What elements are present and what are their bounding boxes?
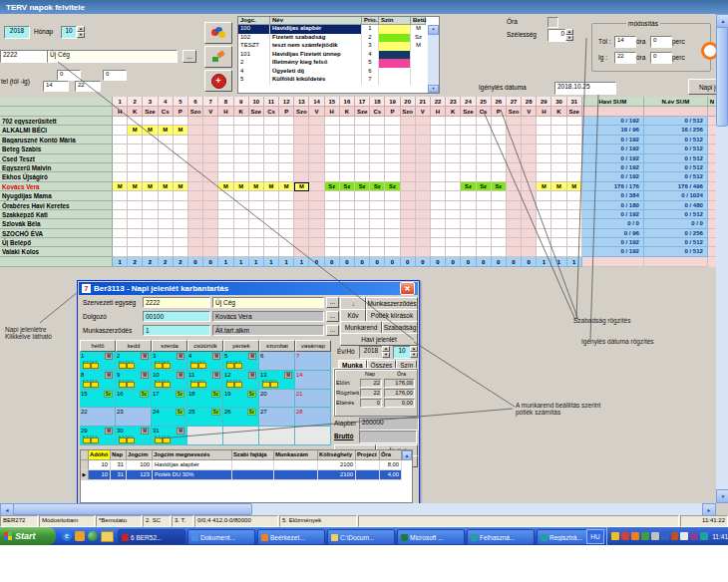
day-cell[interactable]	[431, 210, 446, 219]
day-cell[interactable]	[385, 126, 400, 135]
calendar-day-cell[interactable]: 18Sz	[187, 390, 223, 409]
day-cell[interactable]	[522, 247, 537, 256]
day-cell[interactable]	[355, 201, 370, 210]
day-cell[interactable]	[234, 117, 249, 126]
day-cell[interactable]	[309, 154, 324, 163]
day-cell[interactable]	[340, 145, 355, 153]
day-cell[interactable]	[340, 117, 355, 126]
day-cell[interactable]	[385, 210, 400, 219]
day-cell[interactable]	[355, 154, 370, 163]
day-cell[interactable]	[113, 136, 128, 145]
calendar-day-cell[interactable]: 25Sz	[187, 408, 223, 427]
day-cell[interactable]	[188, 229, 203, 238]
shift-top1-field[interactable]: 0	[57, 70, 81, 81]
day-cell[interactable]	[188, 172, 203, 181]
day-cell[interactable]	[522, 201, 537, 210]
day-cell[interactable]	[249, 172, 264, 181]
close-icon[interactable]: ✕	[400, 282, 415, 295]
calendar-day-cell[interactable]	[259, 427, 295, 445]
day-cell[interactable]	[113, 126, 128, 135]
to-min-field[interactable]: 0	[650, 52, 672, 64]
day-cell[interactable]	[477, 238, 492, 247]
day-cell[interactable]	[203, 247, 218, 256]
day-cell[interactable]	[522, 191, 537, 200]
day-cell[interactable]	[143, 247, 158, 256]
day-cell[interactable]	[446, 136, 461, 145]
jogcim-row[interactable]: 100Havidíjas alapbér1M	[238, 25, 439, 34]
day-cell[interactable]	[370, 238, 385, 247]
calendar-day-cell[interactable]: 11M6.2 14.2	[187, 371, 223, 390]
day-cell[interactable]	[492, 238, 507, 247]
day-cell[interactable]	[551, 219, 566, 228]
day-cell[interactable]	[203, 219, 218, 228]
day-cell[interactable]	[174, 145, 188, 153]
day-cell[interactable]	[492, 219, 507, 228]
day-cell[interactable]: M	[159, 126, 174, 135]
day-cell[interactable]	[249, 210, 264, 219]
day-cell[interactable]	[567, 163, 582, 172]
day-cell[interactable]	[309, 182, 324, 191]
to-hour-field[interactable]: 22	[614, 52, 636, 64]
day-cell[interactable]	[567, 145, 582, 153]
tray-icon[interactable]	[621, 532, 629, 540]
day-cell[interactable]	[325, 201, 340, 210]
day-cell[interactable]	[401, 210, 416, 219]
day-cell[interactable]	[188, 238, 203, 247]
employee-name-cell[interactable]: Szlovák Béla	[0, 219, 113, 228]
taskbar-task-1[interactable]: 6 BER52...	[118, 529, 185, 545]
org-code-field[interactable]: 2222	[0, 50, 49, 63]
day-cell[interactable]	[370, 172, 385, 181]
calendar-day-cell[interactable]: 27	[259, 408, 295, 427]
day-cell[interactable]	[264, 145, 279, 153]
day-cell[interactable]	[203, 238, 218, 247]
day-cell[interactable]	[279, 136, 294, 145]
day-cell[interactable]	[461, 201, 476, 210]
day-cell[interactable]	[370, 145, 385, 153]
jogcim-row[interactable]: 2Illetmény kieg felső5	[238, 59, 439, 68]
day-cell[interactable]	[551, 117, 566, 126]
day-cell[interactable]	[522, 163, 537, 172]
day-cell[interactable]	[507, 210, 522, 219]
day-cell[interactable]	[143, 117, 158, 126]
day-cell[interactable]	[477, 229, 492, 238]
day-cell[interactable]	[279, 219, 294, 228]
taskbar-task-5[interactable]: Microsoft ...	[397, 529, 465, 545]
day-cell[interactable]	[401, 136, 416, 145]
jogcim-scrollbar[interactable]: ▲▼	[428, 25, 439, 93]
day-cell[interactable]	[385, 191, 400, 200]
day-cell[interactable]	[522, 172, 537, 181]
day-cell[interactable]	[355, 247, 370, 256]
day-cell[interactable]	[234, 201, 249, 210]
day-cell[interactable]	[522, 154, 537, 163]
day-cell[interactable]	[264, 238, 279, 247]
employee-name-cell[interactable]: Ekhos Újságíró	[0, 172, 113, 181]
day-cell[interactable]	[446, 145, 461, 153]
havi-jelenlet-button[interactable]: Havi jelenlét	[340, 333, 418, 346]
tray-icon[interactable]	[631, 532, 639, 540]
scroll-up-icon[interactable]: ▲	[428, 25, 439, 35]
day-cell[interactable]	[174, 191, 188, 200]
day-cell[interactable]	[461, 145, 476, 153]
day-cell[interactable]	[218, 247, 233, 256]
calendar-day-cell[interactable]: 13M6.2 14.2	[259, 371, 295, 390]
quicklaunch-ball-icon[interactable]	[88, 531, 98, 541]
day-cell[interactable]: M	[234, 182, 249, 191]
day-cell[interactable]	[234, 210, 249, 219]
brush-button[interactable]	[204, 46, 232, 68]
day-cell[interactable]	[370, 219, 385, 228]
day-cell[interactable]	[370, 210, 385, 219]
day-cell[interactable]	[234, 229, 249, 238]
day-cell[interactable]	[264, 219, 279, 228]
day-cell[interactable]	[234, 163, 249, 172]
employee-name-cell[interactable]: Bagaruszné Kontó Mária	[0, 136, 113, 145]
day-cell[interactable]	[401, 219, 416, 228]
day-cell[interactable]	[264, 229, 279, 238]
day-cell[interactable]	[370, 163, 385, 172]
day-cell[interactable]	[401, 163, 416, 172]
day-cell[interactable]	[113, 117, 128, 126]
day-cell[interactable]	[249, 145, 264, 153]
day-cell[interactable]	[159, 238, 174, 247]
day-cell[interactable]	[477, 201, 492, 210]
alapber-field[interactable]: 200000	[359, 418, 419, 431]
day-cell[interactable]	[461, 163, 476, 172]
